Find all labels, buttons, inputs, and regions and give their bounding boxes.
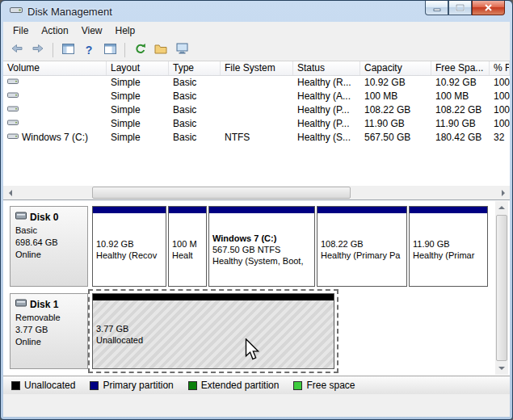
- extended-partition-swatch: [188, 381, 197, 390]
- volume-cell: [3, 117, 107, 131]
- legend-item-extended-partition: Extended partition: [188, 380, 280, 391]
- capacity-cell: 567.50 GB: [360, 131, 431, 145]
- partition-system-reserved[interactable]: 100 M Healt: [168, 206, 207, 287]
- partition-windows-c[interactable]: Windows 7 (C:) 567.50 GB NTFS Healthy (S…: [208, 206, 315, 287]
- partition-status: Healthy (Primar: [413, 250, 484, 261]
- column-header-layout[interactable]: Layout: [107, 61, 169, 75]
- disk-name: Disk 0: [30, 212, 58, 224]
- help-button[interactable]: ?: [79, 41, 99, 59]
- disk-status: Online: [15, 249, 85, 261]
- column-header-capacity[interactable]: Capacity: [360, 61, 431, 75]
- column-header-free-space[interactable]: Free Spa...: [431, 61, 490, 75]
- legend-bar: Unallocated Primary partition Extended p…: [3, 376, 510, 394]
- partition-primary-2[interactable]: 11.90 GB Healthy (Primar: [409, 206, 488, 287]
- export-list-button[interactable]: [151, 41, 170, 59]
- scroll-right-button[interactable]: [496, 186, 510, 200]
- refresh-button[interactable]: [130, 41, 149, 59]
- toolbar-separator: [124, 43, 125, 57]
- volume-cell: [3, 103, 107, 117]
- disk-size: 698.64 GB: [15, 237, 85, 249]
- file-system-cell: [221, 76, 293, 90]
- unallocated-region-selected[interactable]: 3.77 GB Unallocated: [92, 293, 334, 369]
- column-header-status[interactable]: Status: [293, 61, 360, 75]
- partition-type-bar: [169, 207, 206, 213]
- disk-1-info-panel[interactable]: Disk 1 Removable 3.77 GB Online: [10, 293, 88, 369]
- volume-icon: [7, 131, 19, 145]
- maximize-button[interactable]: [448, 1, 472, 15]
- show-console-tree-button[interactable]: [58, 41, 78, 59]
- monitor-icon: [176, 43, 188, 57]
- vertical-scrollbar-thumb[interactable]: [496, 215, 507, 361]
- volume-icon: [7, 103, 19, 117]
- menu-view[interactable]: View: [75, 23, 109, 39]
- disk-1-row: Disk 1 Removable 3.77 GB Online 3.77 GB …: [10, 293, 492, 369]
- vertical-scrollbar[interactable]: [495, 201, 508, 375]
- file-system-cell: NTFS: [221, 131, 293, 145]
- horizontal-scrollbar-thumb[interactable]: [92, 187, 351, 199]
- volume-icon: [7, 90, 19, 103]
- capacity-cell: 11.90 GB: [360, 117, 431, 131]
- disk-graphical-pane: Disk 0 Basic 698.64 GB Online 10.92 GB H…: [3, 200, 510, 376]
- volume-row[interactable]: Windows 7 (C:) Simple Basic NTFS Healthy…: [3, 131, 510, 145]
- titlebar[interactable]: Disk Management: [3, 1, 510, 22]
- scroll-down-button[interactable]: [495, 362, 508, 375]
- scroll-left-icon: [9, 190, 12, 196]
- pct-free-cell: 100: [490, 76, 510, 90]
- file-system-cell: [221, 117, 293, 131]
- column-header-file-system[interactable]: File System: [221, 61, 293, 75]
- disk-icon: [15, 298, 27, 311]
- file-system-cell: [221, 90, 293, 103]
- help-icon: ?: [86, 44, 93, 57]
- partition-recovery[interactable]: 10.92 GB Healthy (Recov: [92, 206, 166, 287]
- volume-row[interactable]: Simple Basic Healthy (P... 11.90 GB 11.9…: [3, 117, 510, 131]
- file-system-cell: [221, 103, 293, 117]
- status-cell: Healthy (P...: [293, 103, 360, 117]
- show-action-pane-button[interactable]: [100, 41, 120, 59]
- status-cell: Healthy (R...: [293, 76, 360, 90]
- disk-1-partitions: 3.77 GB Unallocated: [92, 293, 492, 369]
- partition-size: 10.92 GB: [96, 238, 162, 250]
- back-button[interactable]: [7, 41, 27, 59]
- menu-file[interactable]: File: [6, 23, 35, 39]
- volume-cell: [3, 90, 107, 103]
- partition-name: Windows 7 (C:): [212, 233, 311, 244]
- menu-bar: File Action View Help: [3, 22, 510, 40]
- status-cell: Healthy (P...: [293, 117, 360, 131]
- legend-item-unallocated: Unallocated: [11, 380, 75, 391]
- scroll-down-icon: [498, 367, 505, 370]
- volume-row[interactable]: Simple Basic Healthy (A... 100 MB 100 MB…: [3, 90, 510, 103]
- volume-cell: Windows 7 (C:): [3, 131, 107, 145]
- free-space-cell: 10.92 GB: [431, 76, 490, 90]
- console-window-button[interactable]: [172, 41, 191, 59]
- close-button[interactable]: [472, 1, 505, 15]
- toolbar: ?: [3, 40, 510, 61]
- partition-primary-1[interactable]: 108.22 GB Healthy (Primary Pa: [317, 206, 407, 287]
- scroll-left-button[interactable]: [3, 186, 17, 200]
- scroll-up-button[interactable]: [495, 201, 508, 214]
- type-cell: Basic: [169, 131, 221, 145]
- partition-status: Healt: [172, 250, 203, 261]
- partition-type-bar: [93, 294, 334, 300]
- column-header-volume[interactable]: Volume: [3, 61, 107, 75]
- disk-type: Removable: [15, 312, 85, 324]
- pct-free-cell: 100: [490, 90, 510, 103]
- forward-button[interactable]: [28, 41, 48, 59]
- minimize-button[interactable]: [425, 1, 448, 15]
- column-header-pct-free[interactable]: % F: [490, 61, 510, 75]
- disk-0-partitions: 10.92 GB Healthy (Recov 100 M Healt: [92, 206, 492, 287]
- volume-row[interactable]: Simple Basic Healthy (P... 108.22 GB 108…: [3, 103, 510, 117]
- column-header-type[interactable]: Type: [169, 61, 221, 75]
- window-bottom-area: [3, 394, 510, 417]
- horizontal-scrollbar[interactable]: [3, 186, 510, 200]
- capacity-cell: 10.92 GB: [360, 76, 431, 90]
- action-pane-icon: [104, 43, 116, 57]
- type-cell: Basic: [169, 117, 221, 131]
- back-icon: [11, 43, 23, 57]
- menu-action[interactable]: Action: [35, 23, 74, 39]
- menu-help[interactable]: Help: [109, 23, 142, 39]
- partition-label: Windows 7 (C:) 567.50 GB NTFS Healthy (S…: [209, 213, 314, 286]
- volume-row[interactable]: Simple Basic Healthy (R... 10.92 GB 10.9…: [3, 76, 510, 90]
- type-cell: Basic: [169, 90, 221, 103]
- volume-list: Volume Layout Type File System Status Ca…: [3, 61, 510, 186]
- disk-0-info-panel[interactable]: Disk 0 Basic 698.64 GB Online: [10, 206, 88, 287]
